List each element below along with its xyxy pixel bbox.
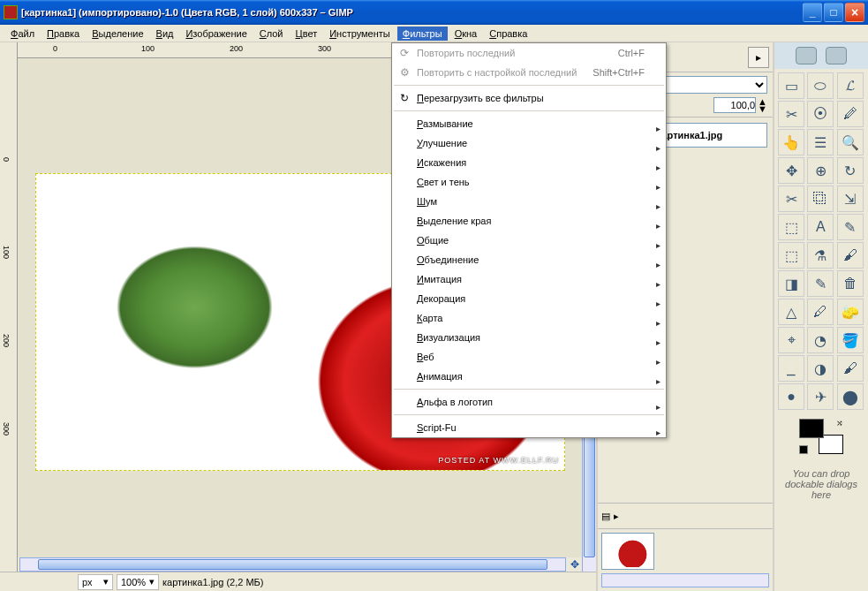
horizontal-scrollbar[interactable]: ✥ [18, 557, 582, 572]
menuitem-размывание[interactable]: Размывание [392, 114, 666, 133]
tab-menu-icon[interactable]: ▸ [614, 511, 619, 522]
unit-selector[interactable]: px ▾ [78, 574, 113, 590]
tool-22[interactable]: ✎ [807, 270, 834, 297]
tool-24[interactable]: △ [778, 299, 804, 325]
maximize-button[interactable]: □ [824, 3, 843, 22]
tool-8[interactable]: 🔍 [837, 129, 864, 155]
menu-справка[interactable]: Справка [484, 27, 532, 41]
bottom-dock-area [598, 529, 773, 591]
navigate-icon[interactable]: ✥ [568, 557, 582, 572]
menuitem-выделение-края[interactable]: Выделение края [392, 211, 666, 231]
tool-23[interactable]: 🗑 [837, 270, 864, 297]
tool-1[interactable]: ⬭ [807, 72, 834, 99]
opacity-input[interactable] [713, 97, 756, 113]
tool-27[interactable]: ⌖ [778, 327, 804, 353]
layers-tab-icon[interactable]: ▤ [601, 511, 610, 522]
tool-35[interactable]: ⬤ [837, 383, 864, 410]
window-buttons: _ □ × [803, 3, 864, 22]
menuitem-анимация[interactable]: Анимация [392, 367, 666, 386]
tool-9[interactable]: ✥ [778, 157, 804, 184]
menu-icon: ⟳ [397, 46, 411, 60]
menubar: ФайлПравкаВыделениеВидИзображениеСлойЦве… [0, 25, 868, 42]
menuitem-общие[interactable]: Общие [392, 231, 666, 250]
menuitem-декорация[interactable]: Декорация [392, 289, 666, 308]
menuitem-свет-и-тень[interactable]: Свет и тень [392, 172, 666, 192]
tool-7[interactable]: ☰ [807, 129, 834, 155]
tool-28[interactable]: ◔ [807, 327, 834, 353]
tool-0[interactable]: ▭ [778, 72, 804, 99]
tool-34[interactable]: ✈ [807, 383, 834, 410]
tool-12[interactable]: ✂ [778, 186, 804, 212]
minimize-button[interactable]: _ [803, 3, 822, 22]
statusbar: px ▾ 100% ▾ картинка1.jpg (2,2 МБ) [0, 572, 596, 591]
tool-26[interactable]: 🧽 [837, 299, 864, 325]
tool-grid: ▭⬭𝓛✂⦿🖉👆☰🔍✥⊕↻✂⿻⇲⬚A✎⬚⚗🖌◨✎🗑△🖊🧽⌖◔🪣⎯◑🖌●✈⬤ [774, 69, 868, 413]
tool-2[interactable]: 𝓛 [837, 72, 864, 99]
tool-11[interactable]: ↻ [837, 157, 864, 184]
menu-файл[interactable]: Файл [5, 27, 40, 41]
tool-16[interactable]: A [807, 214, 834, 240]
tool-14[interactable]: ⇲ [837, 186, 864, 212]
menu-icon: ↻ [397, 91, 411, 105]
tool-25[interactable]: 🖊 [807, 299, 834, 325]
close-button[interactable]: × [845, 3, 864, 22]
menuitem-повторить-с-настройкой-последний: ⚙Повторить с настройкой последнийShift+C… [392, 63, 666, 82]
tool-18[interactable]: ⬚ [778, 242, 804, 269]
layer-name: картинка1.jpg [657, 130, 722, 140]
app-icon [4, 5, 18, 19]
menuitem-имитация[interactable]: Имитация [392, 269, 666, 289]
menuitem-улучшение[interactable]: Улучшение [392, 133, 666, 153]
opacity-spinup-icon[interactable]: ▲▼ [758, 98, 767, 112]
zoom-selector[interactable]: 100% ▾ [117, 574, 159, 590]
tool-32[interactable]: 🖌 [837, 355, 864, 382]
tool-30[interactable]: ⎯ [778, 355, 804, 382]
tool-17[interactable]: ✎ [837, 214, 864, 240]
menu-вид[interactable]: Вид [151, 27, 179, 41]
color-swatches[interactable]: ⤭ [799, 419, 843, 454]
tool-3[interactable]: ✂ [778, 101, 804, 127]
tool-15[interactable]: ⬚ [778, 214, 804, 240]
menuitem-повторить-последний: ⟳Повторить последнийCtrl+F [392, 43, 666, 63]
tool-31[interactable]: ◑ [807, 355, 834, 382]
menuitem-объединение[interactable]: Объединение [392, 250, 666, 269]
tool-19[interactable]: ⚗ [807, 242, 834, 269]
window-title: [картинка1] (импортировано)-1.0 (Цвета R… [21, 7, 803, 18]
tool-29[interactable]: 🪣 [837, 327, 864, 353]
tool-5[interactable]: 🖉 [837, 101, 864, 127]
menuitem-перезагрузить-все-фильтры[interactable]: ↻Перезагрузить все фильтры [392, 88, 666, 108]
menuitem-карта[interactable]: Карта [392, 308, 666, 328]
foreground-color[interactable] [799, 419, 824, 438]
swap-colors-icon[interactable]: ⤭ [836, 419, 843, 428]
bottom-scrollbar[interactable] [601, 573, 769, 587]
tab-menu-icon[interactable]: ▸ [748, 47, 769, 68]
toolbox: ▭⬭𝓛✂⦿🖉👆☰🔍✥⊕↻✂⿻⇲⬚A✎⬚⚗🖌◨✎🗑△🖊🧽⌖◔🪣⎯◑🖌●✈⬤ ⤭ Y… [773, 42, 868, 591]
menu-изображение[interactable]: Изображение [180, 27, 252, 41]
menu-правка[interactable]: Правка [42, 27, 85, 41]
status-info: картинка1.jpg (2,2 МБ) [162, 577, 593, 587]
menu-фильтры[interactable]: Фильтры [397, 27, 448, 41]
menuitem-script-fu[interactable]: Script-Fu [392, 418, 666, 437]
tool-21[interactable]: ◨ [778, 270, 804, 297]
menuitem-искажения[interactable]: Искажения [392, 153, 666, 172]
tool-6[interactable]: 👆 [778, 129, 804, 155]
menuitem-веб[interactable]: Веб [392, 347, 666, 367]
tool-13[interactable]: ⿻ [807, 186, 834, 212]
menu-инструменты[interactable]: Инструменты [324, 27, 396, 41]
tool-10[interactable]: ⊕ [807, 157, 834, 184]
menu-выделение[interactable]: Выделение [87, 27, 148, 41]
wilber-icon [796, 47, 817, 64]
menu-цвет[interactable]: Цвет [291, 27, 323, 41]
menu-слой[interactable]: Слой [254, 27, 289, 41]
menu-окна[interactable]: Окна [449, 27, 483, 41]
menuitem-шум[interactable]: Шум [392, 192, 666, 211]
menuitem-визуализация[interactable]: Визуализация [392, 328, 666, 347]
bottom-thumbnail[interactable] [601, 533, 654, 570]
menuitem-альфа-в-логотип[interactable]: Альфа в логотип [392, 392, 666, 412]
filters-menu-dropdown: ⟳Повторить последнийCtrl+F⚙Повторить с н… [391, 42, 667, 438]
tool-4[interactable]: ⦿ [807, 101, 834, 127]
tool-20[interactable]: 🖌 [837, 242, 864, 269]
dock-tabs-bottom: ▤ ▸ [598, 503, 773, 529]
toolbox-header [774, 42, 868, 69]
tool-33[interactable]: ● [778, 383, 804, 410]
default-colors-icon[interactable] [799, 445, 808, 454]
